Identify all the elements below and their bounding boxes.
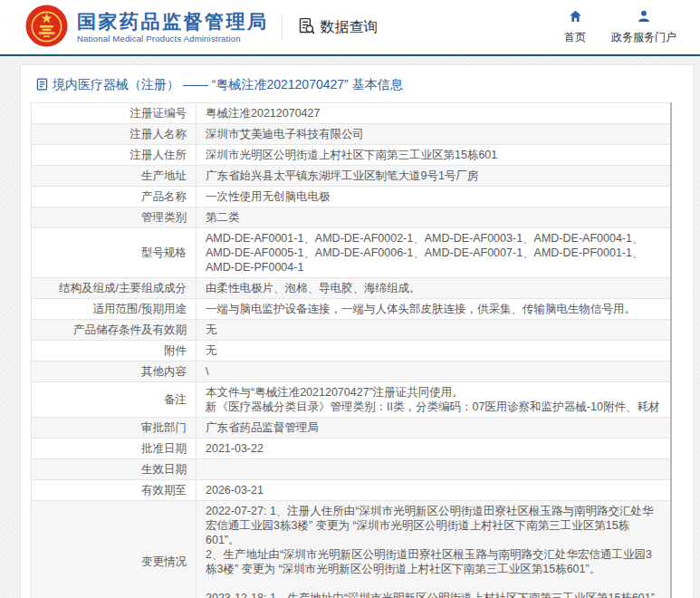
registration-info-table: 注册证编号粤械注准20212070427注册人名称深圳市艾美迪电子科技有限公司注… bbox=[31, 102, 672, 598]
nav-portal-label: 政务服务门户 bbox=[611, 30, 676, 45]
row-label: 型号规格 bbox=[32, 228, 197, 278]
site-header: 国家药品监督管理局 National Medical Products Admi… bbox=[0, 0, 700, 56]
data-query-icon bbox=[297, 16, 316, 39]
table-row: 生产地址广东省始兴县太平镇东湖坪工业区制笔大道9号1号厂房 bbox=[32, 166, 672, 187]
data-query-label: 数据查询 bbox=[321, 18, 379, 37]
row-value: 深圳市光明区公明街道上村社区下南第三工业区第15栋601 bbox=[197, 145, 672, 166]
row-label: 审批部门 bbox=[32, 418, 197, 439]
row-value: 一次性使用无创脑电电极 bbox=[197, 187, 672, 207]
row-label: 产品名称 bbox=[32, 187, 197, 207]
breadcrumb: 境内医疗器械（注册） —— “粤械注准20212070427” 基本信息 bbox=[21, 74, 693, 102]
brand-title: 国家药品监督管理局 bbox=[77, 12, 269, 31]
user-icon bbox=[637, 9, 651, 26]
row-label: 备注 bbox=[32, 382, 197, 418]
table-row: 备注本文件与“粤械注准20212070427”注册证共同使用。 新《医疗器械分类… bbox=[32, 382, 672, 418]
content: 境内医疗器械（注册） —— “粤械注准20212070427” 基本信息 注册证… bbox=[0, 56, 700, 598]
nav-home-label: 首页 bbox=[564, 30, 586, 45]
table-row: 注册证编号粤械注准20212070427 bbox=[32, 103, 672, 124]
table-row: 管理类别第二类 bbox=[32, 207, 672, 228]
row-value: 无 bbox=[197, 320, 672, 341]
row-label: 结构及组成/主要组成成分 bbox=[32, 278, 197, 299]
row-label: 有效期至 bbox=[32, 480, 197, 501]
document-icon bbox=[36, 78, 48, 93]
row-value: 2022-07-27: 1、注册人住所由“深圳市光明新区公明街道田寮社区根玉路与… bbox=[197, 501, 672, 598]
home-icon bbox=[568, 9, 583, 26]
row-label: 生效日期 bbox=[32, 459, 197, 480]
table-row: 生效日期 bbox=[32, 459, 672, 480]
row-value: 2021-03-22 bbox=[197, 439, 672, 459]
table-row: 其他内容\ bbox=[32, 362, 672, 382]
national-emblem-icon bbox=[25, 5, 68, 51]
row-label: 其他内容 bbox=[32, 362, 197, 382]
row-value: 一端与脑电监护设备连接，一端与人体头部皮肤连接，供采集、传输脑电生物信号用。 bbox=[197, 299, 672, 320]
table-row: 结构及组成/主要组成成分由柔性电极片、泡棉、导电胶、海绵组成。 bbox=[32, 278, 672, 299]
table-row: 产品名称一次性使用无创脑电电极 bbox=[32, 187, 672, 207]
row-value bbox=[197, 459, 672, 480]
table-row: 变更情况2022-07-27: 1、注册人住所由“深圳市光明新区公明街道田寮社区… bbox=[32, 501, 672, 598]
detail-panel: 境内医疗器械（注册） —— “粤械注准20212070427” 基本信息 注册证… bbox=[20, 64, 694, 598]
table-row: 产品储存条件及有效期无 bbox=[32, 320, 672, 341]
header-divider bbox=[282, 14, 283, 41]
row-label: 注册人住所 bbox=[32, 145, 197, 166]
table-row: 附件无 bbox=[32, 341, 672, 362]
row-label: 注册人名称 bbox=[32, 124, 197, 145]
row-value: 广东省药品监督管理局 bbox=[197, 418, 672, 439]
row-value: AMD-DE-AF0001-1、AMD-DE-AF0002-1、AMD-DE-A… bbox=[197, 228, 672, 278]
row-value: 粤械注准20212070427 bbox=[197, 103, 672, 124]
row-label: 管理类别 bbox=[32, 207, 197, 228]
row-label: 适用范围/预期用途 bbox=[32, 299, 197, 320]
page: 国家药品监督管理局 National Medical Products Admi… bbox=[0, 0, 700, 598]
header-nav: 首页 政务服务门户 bbox=[564, 9, 682, 45]
table-row: 批准日期2021-03-22 bbox=[32, 439, 672, 459]
table-row: 注册人名称深圳市艾美迪电子科技有限公司 bbox=[32, 124, 672, 145]
row-label: 附件 bbox=[32, 341, 197, 362]
table-row: 适用范围/预期用途一端与脑电监护设备连接，一端与人体头部皮肤连接，供采集、传输脑… bbox=[32, 299, 672, 320]
row-label: 变更情况 bbox=[32, 501, 197, 598]
nav-service-portal[interactable]: 政务服务门户 bbox=[611, 9, 676, 45]
nav-data-query[interactable]: 数据查询 bbox=[297, 16, 379, 39]
row-label: 产品储存条件及有效期 bbox=[32, 320, 197, 341]
row-value: 深圳市艾美迪电子科技有限公司 bbox=[197, 124, 672, 145]
row-label: 批准日期 bbox=[32, 439, 197, 459]
info-table-body: 注册证编号粤械注准20212070427注册人名称深圳市艾美迪电子科技有限公司注… bbox=[32, 103, 672, 598]
row-label: 注册证编号 bbox=[32, 103, 197, 124]
row-value: 本文件与“粤械注准20212070427”注册证共同使用。 新《医疗器械分类目录… bbox=[197, 382, 672, 418]
table-row: 有效期至2026-03-21 bbox=[32, 480, 672, 501]
brand-subtitle: National Medical Products Administration bbox=[77, 34, 269, 43]
table-row: 型号规格AMD-DE-AF0001-1、AMD-DE-AF0002-1、AMD-… bbox=[32, 228, 672, 278]
row-value: 2026-03-21 bbox=[197, 480, 672, 501]
row-value: 广东省始兴县太平镇东湖坪工业区制笔大道9号1号厂房 bbox=[197, 166, 672, 187]
table-row: 注册人住所深圳市光明区公明街道上村社区下南第三工业区第15栋601 bbox=[32, 145, 672, 166]
table-row: 审批部门广东省药品监督管理局 bbox=[32, 418, 672, 439]
row-value: 由柔性电极片、泡棉、导电胶、海绵组成。 bbox=[197, 278, 672, 299]
page-title: 境内医疗器械（注册） —— “粤械注准20212070427” 基本信息 bbox=[53, 77, 403, 93]
nav-home[interactable]: 首页 bbox=[564, 9, 586, 45]
brand-logo[interactable]: 国家药品监督管理局 National Medical Products Admi… bbox=[25, 5, 269, 51]
brand-text: 国家药品监督管理局 National Medical Products Admi… bbox=[77, 12, 269, 43]
row-label: 生产地址 bbox=[32, 166, 197, 187]
row-value: \ bbox=[197, 362, 672, 382]
row-value: 第二类 bbox=[197, 207, 672, 228]
row-value: 无 bbox=[197, 341, 672, 362]
